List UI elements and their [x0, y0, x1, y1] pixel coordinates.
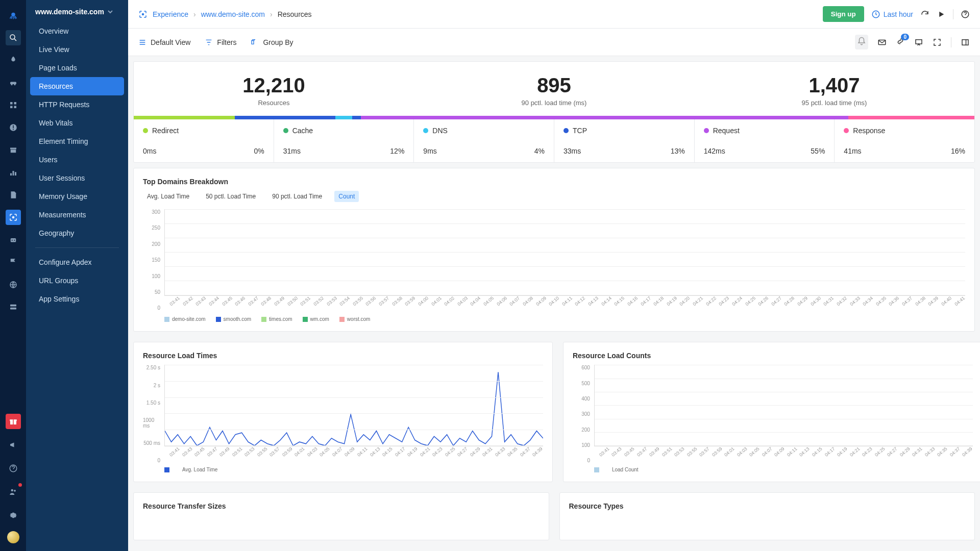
alert-icon[interactable] — [6, 120, 21, 135]
y-tick: 1000 ms — [143, 417, 160, 429]
time-range-selector[interactable]: Last hour — [871, 10, 913, 19]
breadcrumb-sep: › — [193, 10, 196, 18]
timing-cell-tcp: TCP33ms13% — [554, 119, 695, 162]
experience-icon[interactable] — [6, 210, 21, 225]
y-tick: 300 — [581, 411, 590, 417]
refresh-icon[interactable] — [920, 10, 929, 19]
groupby-button[interactable]: Group By — [251, 38, 293, 46]
timing-cell-request: Request142ms55% — [695, 119, 835, 162]
sidebar-item-overview[interactable]: Overview — [26, 22, 128, 40]
x-tick: 04:14 — [600, 295, 613, 307]
panel-icon[interactable] — [961, 38, 970, 47]
car-icon[interactable] — [6, 75, 21, 90]
robot-icon[interactable] — [6, 232, 21, 247]
bell-button[interactable] — [855, 35, 868, 49]
card-title: Top Domains Breakdown — [143, 178, 965, 186]
x-tick: 03:57 — [378, 295, 390, 307]
svg-point-11 — [13, 129, 14, 130]
chart-tab[interactable]: Count — [334, 191, 359, 202]
fullscreen-icon[interactable] — [933, 38, 942, 47]
x-tick: 04:31 — [911, 446, 923, 458]
card-title: Resource Load Times — [143, 352, 543, 360]
kpi-card: 12,210Resources89590 pctl. load time (ms… — [133, 61, 975, 163]
x-tick: 04:01 — [723, 446, 736, 458]
signup-button[interactable]: Sign up — [823, 6, 864, 22]
chart-tab[interactable]: 90 pctl. Load Time — [268, 191, 326, 202]
sidebar-item-web-vitals[interactable]: Web Vitals — [26, 114, 128, 132]
svg-rect-16 — [15, 172, 16, 176]
sidebar-item-http-requests[interactable]: HTTP Requests — [26, 95, 128, 114]
sidebar-item-element-timing[interactable]: Element Timing — [26, 132, 128, 151]
sidebar-item-app-settings[interactable]: App Settings — [26, 290, 128, 308]
timing-cell-response: Response41ms16% — [835, 119, 974, 162]
sidebar-item-url-groups[interactable]: URL Groups — [26, 271, 128, 290]
top-domains-chart: 300250200150100500 03:4103:4203:4303:440… — [143, 209, 965, 322]
grid-icon[interactable] — [6, 97, 21, 113]
mail-icon[interactable] — [877, 38, 887, 47]
x-tick: 04:35 — [875, 295, 888, 307]
breadcrumb-experience[interactable]: Experience — [153, 10, 188, 18]
server-icon[interactable] — [6, 299, 21, 315]
y-tick: 1.50 s — [146, 400, 160, 406]
sidebar-item-resources[interactable]: Resources — [30, 77, 124, 95]
flag-icon[interactable] — [6, 255, 21, 270]
chart-tab[interactable]: Avg. Load Time — [143, 191, 193, 202]
sidebar-item-live-view[interactable]: Live View — [26, 40, 128, 59]
link-button[interactable]: 0 — [896, 37, 905, 47]
globe-icon[interactable] — [6, 277, 21, 292]
x-tick: 03:47 — [636, 446, 648, 458]
time-range-label: Last hour — [884, 10, 913, 18]
sidebar-item-configure-apdex[interactable]: Configure Apdex — [26, 253, 128, 271]
x-tick: 03:56 — [364, 295, 377, 307]
y-tick: 50 — [155, 289, 160, 295]
help-icon[interactable] — [6, 461, 21, 476]
presentation-icon[interactable] — [914, 38, 923, 47]
x-tick: 03:50 — [286, 295, 299, 307]
logo-icon[interactable] — [6, 8, 21, 23]
sidebar-item-page-loads[interactable]: Page Loads — [26, 59, 128, 77]
x-tick: 04:40 — [940, 295, 953, 307]
filters-button[interactable]: Filters — [205, 38, 236, 46]
x-tick: 04:04 — [469, 295, 482, 307]
content-scroll[interactable]: 12,210Resources89590 pctl. load time (ms… — [128, 56, 980, 551]
x-tick: 04:36 — [888, 295, 900, 307]
svg-rect-22 — [10, 305, 16, 307]
play-icon[interactable] — [937, 10, 946, 19]
x-tick: 03:46 — [234, 295, 247, 307]
breadcrumb-site[interactable]: www.demo-site.com — [201, 10, 265, 18]
default-view-button[interactable]: Default View — [138, 38, 190, 46]
avatar[interactable] — [7, 531, 19, 543]
sidebar-item-users[interactable]: Users — [26, 151, 128, 169]
sidebar-item-memory-usage[interactable]: Memory Usage — [26, 187, 128, 206]
users-icon[interactable] — [6, 484, 21, 499]
timing-ms: 0ms — [143, 147, 156, 155]
x-tick: 04:23 — [861, 446, 873, 458]
experience-icon — [138, 10, 148, 19]
sidebar-item-user-sessions[interactable]: User Sessions — [26, 169, 128, 187]
x-tick: 03:55 — [352, 295, 364, 307]
document-icon[interactable] — [6, 187, 21, 203]
svg-point-17 — [12, 217, 14, 218]
help-circle-icon[interactable] — [961, 10, 970, 19]
x-tick: 03:43 — [610, 446, 623, 458]
timing-pct: 12% — [390, 147, 404, 155]
x-tick: 04:13 — [798, 446, 811, 458]
chart-icon[interactable] — [6, 165, 21, 180]
chart-tab[interactable]: 50 pctl. Load Time — [202, 191, 260, 202]
gift-icon[interactable] — [6, 414, 21, 429]
sidebar-item-geography[interactable]: Geography — [26, 224, 128, 242]
x-tick: 04:39 — [961, 446, 973, 458]
archive-icon[interactable] — [6, 142, 21, 158]
rocket-icon[interactable] — [6, 53, 21, 68]
sidebar-item-measurements[interactable]: Measurements — [26, 206, 128, 224]
megaphone-icon[interactable] — [6, 437, 21, 453]
y-tick: 2.50 s — [146, 365, 160, 370]
x-tick: 03:43 — [194, 295, 207, 307]
x-tick: 04:15 — [811, 446, 823, 458]
x-tick: 03:45 — [221, 295, 234, 307]
x-tick: 03:59 — [404, 295, 416, 307]
gear-icon[interactable] — [6, 508, 21, 523]
svg-rect-8 — [14, 106, 16, 109]
search-icon[interactable] — [6, 30, 21, 45]
site-selector[interactable]: www.demo-site.com — [26, 8, 128, 22]
